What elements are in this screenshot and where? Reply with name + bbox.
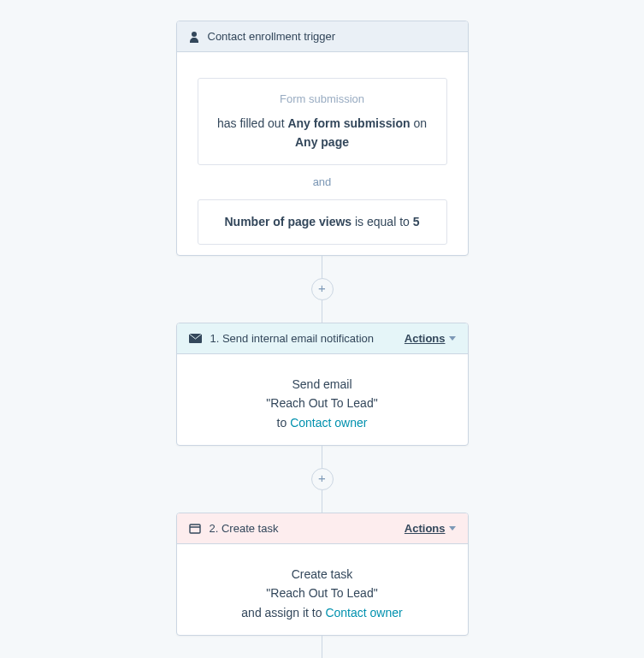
filter-number: 5 xyxy=(413,215,420,228)
add-step-button[interactable]: + xyxy=(311,468,334,490)
contact-owner-link[interactable]: Contact owner xyxy=(290,416,367,430)
step-task-body: Create task Reach Out To Lead and assign… xyxy=(177,544,468,636)
email-recipient-line: to Contact owner xyxy=(189,413,456,432)
connector xyxy=(322,636,322,658)
email-to-prefix: to xyxy=(277,416,291,430)
trigger-card[interactable]: Contact enrollment trigger Form submissi… xyxy=(176,21,469,256)
step-email-body: Send email Reach Out To Lead to Contact … xyxy=(177,354,468,446)
connector: + xyxy=(311,256,334,323)
step-email-card[interactable]: 1. Send internal email notification Acti… xyxy=(176,323,469,446)
filter-value-form: Any form submission xyxy=(287,116,410,130)
connector-line xyxy=(322,490,322,513)
task-name: Reach Out To Lead xyxy=(189,584,456,602)
contact-owner-link[interactable]: Contact owner xyxy=(325,606,402,619)
actions-label: Actions xyxy=(405,522,446,535)
add-step-button[interactable]: + xyxy=(311,278,334,300)
connector-line xyxy=(322,300,322,323)
connector-line xyxy=(322,636,322,658)
filter-prefix: has filled out xyxy=(217,116,288,130)
connector: + xyxy=(311,446,334,513)
step-title: 1. Send internal email notification xyxy=(210,332,405,345)
step-task-header: 2. Create task Actions xyxy=(177,513,468,544)
svg-point-0 xyxy=(192,32,197,37)
chevron-down-icon xyxy=(449,336,456,341)
trigger-body: Form submission has filled out Any form … xyxy=(177,52,468,256)
actions-label: Actions xyxy=(405,332,446,345)
svg-rect-2 xyxy=(190,525,200,533)
email-name: Reach Out To Lead xyxy=(189,394,456,412)
actions-dropdown[interactable]: Actions xyxy=(405,332,456,345)
trigger-card-header: Contact enrollment trigger xyxy=(177,21,468,52)
chevron-down-icon xyxy=(449,526,456,531)
filter-value-page: Any page xyxy=(295,135,349,149)
filter-property: Number of page views xyxy=(225,215,352,228)
step-email-header: 1. Send internal email notification Acti… xyxy=(177,323,468,354)
filter-page-views[interactable]: Number of page views is equal to 5 xyxy=(198,199,447,244)
filter-mid: on xyxy=(411,116,427,130)
email-line-action: Send email xyxy=(189,375,456,394)
mail-icon xyxy=(189,334,202,343)
task-icon xyxy=(189,524,201,534)
trigger-title: Contact enrollment trigger xyxy=(208,30,456,43)
filter-and-separator: and xyxy=(198,165,447,200)
filter-operator: is equal to xyxy=(352,215,413,228)
task-assignee-line: and assign it to Contact owner xyxy=(189,603,456,622)
filter-text: has filled out Any form submission on An… xyxy=(209,114,436,152)
task-line-action: Create task xyxy=(189,565,456,584)
actions-dropdown[interactable]: Actions xyxy=(405,522,456,535)
workflow-canvas: Contact enrollment trigger Form submissi… xyxy=(176,21,469,658)
filter-form-submission[interactable]: Form submission has filled out Any form … xyxy=(198,78,447,165)
connector-line xyxy=(322,446,322,468)
filter-label: Form submission xyxy=(209,91,436,109)
filter-text: Number of page views is equal to 5 xyxy=(209,212,436,231)
step-title: 2. Create task xyxy=(210,522,405,535)
contact-icon xyxy=(189,31,199,43)
task-assign-prefix: and assign it to xyxy=(241,606,325,619)
connector-line xyxy=(322,256,322,278)
step-task-card[interactable]: 2. Create task Actions Create task Reach… xyxy=(176,513,469,636)
